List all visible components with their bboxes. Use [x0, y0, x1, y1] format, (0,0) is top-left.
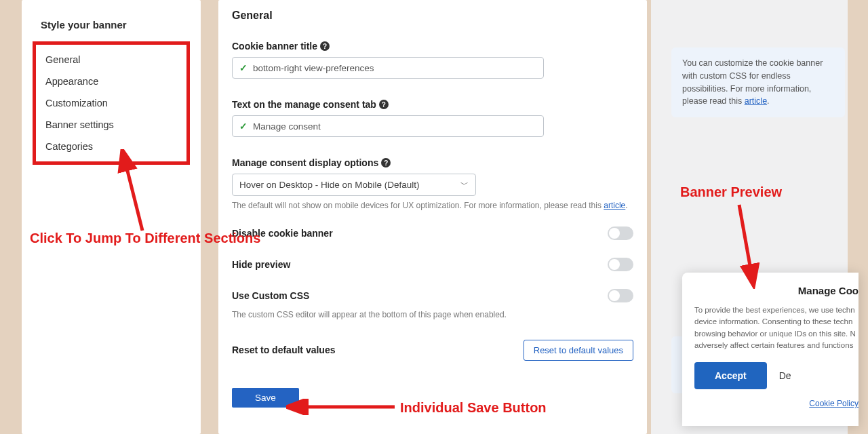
article-link[interactable]: article — [745, 96, 767, 106]
sidebar-highlight-box: General Appearance Customization Banner … — [33, 41, 190, 165]
display-options-field: Manage consent display options ? Hover o… — [232, 157, 633, 212]
sidebar-item-categories[interactable]: Categories — [43, 136, 180, 157]
banner-preview: Manage Coo To provide the best experienc… — [682, 273, 859, 426]
cookie-title-field: Cookie banner title ? ✓ bottom-right vie… — [232, 41, 633, 79]
custom-css-toggle[interactable] — [608, 289, 633, 302]
cookie-title-input[interactable]: ✓ bottom-right view-preferences — [232, 57, 544, 79]
main-panel: General Cookie banner title ? ✓ bottom-r… — [218, 0, 647, 434]
info-card-css: You can customize the cookie banner with… — [671, 47, 845, 117]
display-options-select[interactable]: Hover on Desktop - Hide on Mobile (Defau… — [232, 174, 476, 196]
preview-title: Manage Coo — [694, 285, 859, 296]
sidebar-item-appearance[interactable]: Appearance — [43, 71, 180, 92]
custom-css-label: Use Custom CSS — [232, 290, 309, 301]
check-icon: ✓ — [239, 62, 248, 73]
preview-body: To provide the best experiences, we use … — [694, 304, 859, 351]
article-link[interactable]: article — [604, 201, 625, 210]
accept-button[interactable]: Accept — [694, 362, 767, 389]
check-icon: ✓ — [239, 121, 248, 132]
sidebar-item-general[interactable]: General — [43, 49, 180, 71]
sidebar: Style your banner General Appearance Cus… — [22, 0, 201, 434]
save-button[interactable]: Save — [232, 388, 299, 408]
disable-banner-toggle[interactable] — [608, 226, 633, 240]
cookie-title-label: Cookie banner title — [232, 41, 317, 52]
help-icon[interactable]: ? — [379, 100, 389, 109]
deny-button[interactable]: De — [779, 370, 791, 381]
custom-css-help: The custom CSS editor will appear at the… — [232, 309, 633, 321]
manage-tab-field: Text on the manage consent tab ? ✓ Manag… — [232, 99, 633, 137]
display-options-value: Hover on Desktop - Hide on Mobile (Defau… — [239, 180, 420, 190]
reset-button[interactable]: Reset to default values — [524, 340, 633, 361]
help-icon[interactable]: ? — [381, 158, 391, 167]
sidebar-title: Style your banner — [22, 12, 201, 40]
cookie-title-value: bottom-right view-preferences — [253, 63, 374, 73]
hide-preview-toggle[interactable] — [608, 258, 633, 271]
help-icon[interactable]: ? — [320, 41, 330, 51]
cookie-policy-link[interactable]: Cookie Policy — [809, 399, 859, 408]
manage-tab-input[interactable]: ✓ Manage consent — [232, 115, 544, 137]
reset-label: Reset to default values — [232, 344, 336, 355]
disable-banner-label: Disable cookie banner — [232, 228, 333, 239]
manage-tab-label: Text on the manage consent tab — [232, 99, 376, 110]
sidebar-item-customization[interactable]: Customization — [43, 92, 180, 114]
hide-preview-label: Hide preview — [232, 259, 290, 270]
display-options-help: The default will not show on mobile devi… — [232, 200, 633, 212]
section-heading: General — [232, 9, 633, 22]
reset-row: Reset to default values Reset to default… — [232, 340, 633, 361]
chevron-down-icon: ﹀ — [460, 179, 469, 191]
sidebar-item-banner-settings[interactable]: Banner settings — [43, 114, 180, 136]
manage-tab-value: Manage consent — [253, 121, 321, 132]
display-options-label: Manage consent display options — [232, 157, 378, 168]
help-text-prefix: The default will not show on mobile devi… — [232, 201, 604, 210]
